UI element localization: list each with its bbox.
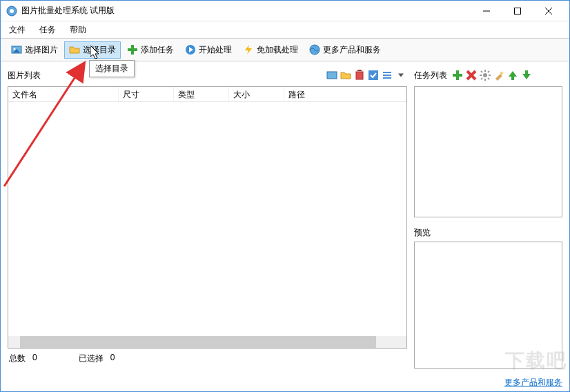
col-size[interactable]: 尺寸 [119,87,174,101]
svg-marker-24 [398,74,404,77]
col-type[interactable]: 类型 [174,87,229,101]
svg-marker-13 [245,45,252,55]
svg-rect-10 [128,48,137,51]
footer-more-link[interactable]: 更多产品和服务 [504,378,562,387]
svg-rect-18 [356,72,363,79]
mini-dropdown-icon[interactable] [395,69,407,81]
selected-value: 0 [110,353,115,364]
horizontal-scrollbar[interactable] [8,336,406,348]
folder-icon [69,44,80,55]
svg-point-7 [14,48,16,50]
add-task-button[interactable]: 添加任务 [122,41,179,59]
svg-rect-17 [327,72,337,79]
total-value: 0 [32,353,37,364]
menubar: 文件 任务 帮助 [1,21,569,38]
toolbar: 选择图片 选择目录 添加任务 开始处理 免加载处理 更多产品和服务 [1,38,569,61]
selected-label: 已选择 [79,353,104,364]
task-remove-icon[interactable] [465,69,478,81]
footer: 更多产品和服务 [1,374,569,391]
mini-folder-icon[interactable] [340,69,352,81]
col-path[interactable]: 路径 [284,87,406,101]
svg-marker-32 [522,70,531,79]
table-body [8,102,406,336]
svg-rect-3 [514,8,520,14]
titlebar: 图片批量处理系统 试用版 [1,1,569,21]
start-processing-button[interactable]: 开始处理 [180,41,237,59]
task-clear-icon[interactable] [493,69,505,81]
minimize-button[interactable] [471,1,502,21]
menu-task[interactable]: 任务 [39,24,56,36]
status-bar: 总数 0 已选择 0 [8,349,407,369]
svg-rect-23 [383,77,391,79]
select-images-button[interactable]: 选择图片 [6,41,63,59]
image-list-title: 图片列表 [8,70,41,81]
svg-rect-22 [383,75,391,76]
plus-icon [127,44,138,55]
task-down-icon[interactable] [520,69,533,81]
fast-processing-button[interactable]: 免加载处理 [238,41,303,59]
task-add-icon[interactable] [451,69,464,81]
app-icon [6,6,17,17]
task-settings-icon[interactable] [479,69,491,81]
play-icon [185,44,196,55]
preview-box [414,242,562,369]
mini-selectall-icon[interactable] [367,69,380,81]
menu-help[interactable]: 帮助 [70,24,86,36]
list-mini-toolbar [326,69,407,81]
svg-marker-31 [509,71,517,80]
preview-title: 预览 [414,227,562,239]
col-filename[interactable]: 文件名 [8,87,119,101]
mini-images-icon[interactable] [326,69,338,81]
mini-view-icon[interactable] [381,69,393,81]
close-button[interactable] [533,1,564,21]
images-icon [11,44,22,55]
task-list[interactable] [414,86,562,217]
menu-file[interactable]: 文件 [9,24,26,36]
globe-icon [309,44,320,55]
total-label: 总数 [9,353,26,364]
lightning-icon [243,44,254,55]
task-list-title: 任务列表 [414,70,447,81]
col-filesize[interactable]: 大小 [229,87,284,101]
maximize-button[interactable] [502,1,533,21]
svg-rect-21 [383,72,391,73]
more-products-button[interactable]: 更多产品和服务 [304,41,386,59]
image-table[interactable]: 文件名 尺寸 类型 大小 路径 [8,86,407,349]
svg-rect-26 [453,74,462,77]
task-up-icon[interactable] [507,69,519,81]
svg-point-1 [10,9,14,13]
mini-delete-icon[interactable] [353,69,366,81]
svg-rect-20 [368,70,378,80]
select-folder-button[interactable]: 选择目录 [64,41,121,59]
window-title: 图片批量处理系统 试用版 [21,5,471,17]
tooltip: 选择目录 [89,60,135,77]
svg-point-29 [483,73,487,77]
